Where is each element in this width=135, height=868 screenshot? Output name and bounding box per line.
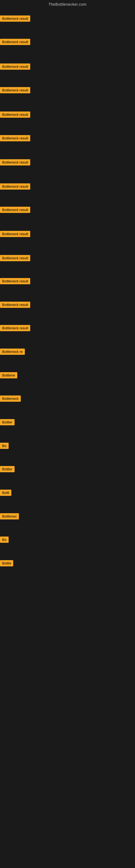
badge-container-15: Bottleneck re [0, 348, 25, 356]
badge-container-5: Bottleneck result [0, 112, 30, 119]
bottleneck-badge-23[interactable]: Bo [0, 536, 9, 543]
bottleneck-badge-19[interactable]: Bo [0, 443, 9, 449]
bottleneck-badge-8[interactable]: Bottleneck result [0, 183, 30, 190]
badge-container-8: Bottleneck result [0, 183, 30, 191]
badge-container-12: Bottleneck result [0, 278, 30, 285]
badge-container-11: Bottleneck result [0, 255, 30, 262]
bottleneck-badge-18[interactable]: Bottler [0, 419, 14, 425]
bottleneck-badge-9[interactable]: Bottleneck result [0, 207, 30, 213]
bottleneck-badge-17[interactable]: Bottleneck [0, 396, 21, 402]
badge-container-24: Bottle [0, 560, 13, 567]
badge-container-10: Bottleneck result [0, 231, 30, 238]
bottleneck-badge-5[interactable]: Bottleneck result [0, 112, 30, 118]
badge-container-14: Bottleneck result [0, 325, 30, 332]
bottleneck-badge-10[interactable]: Bottleneck result [0, 231, 30, 237]
bottleneck-badge-7[interactable]: Bottleneck result [0, 159, 30, 165]
badge-container-1: Bottleneck result [0, 16, 30, 23]
badge-container-2: Bottleneck result [0, 39, 30, 46]
bottleneck-badge-12[interactable]: Bottleneck result [0, 278, 30, 284]
badge-container-13: Bottleneck result [0, 302, 30, 309]
bottleneck-badge-4[interactable]: Bottleneck result [0, 87, 30, 93]
badge-container-17: Bottleneck [0, 396, 21, 403]
bottleneck-badge-11[interactable]: Bottleneck result [0, 255, 30, 261]
bottleneck-badge-20[interactable]: Bottler [0, 466, 14, 472]
bottleneck-badge-3[interactable]: Bottleneck result [0, 63, 30, 70]
badge-container-9: Bottleneck result [0, 207, 30, 214]
bottleneck-badge-21[interactable]: Bottl [0, 490, 11, 496]
badge-container-7: Bottleneck result [0, 159, 30, 166]
badge-container-16: Bottlene [0, 372, 17, 379]
bottleneck-badge-16[interactable]: Bottlene [0, 372, 17, 378]
badge-container-6: Bottleneck result [0, 135, 30, 143]
bottleneck-badge-24[interactable]: Bottle [0, 560, 13, 566]
badge-container-22: Bottlenec [0, 513, 19, 521]
bottleneck-badge-14[interactable]: Bottleneck result [0, 325, 30, 331]
bottleneck-badge-13[interactable]: Bottleneck result [0, 302, 30, 308]
badge-container-20: Bottler [0, 466, 14, 473]
badge-container-18: Bottler [0, 419, 14, 426]
badge-container-23: Bo [0, 536, 9, 544]
site-title: TheBottlenecker.com [0, 0, 135, 8]
bottleneck-badge-1[interactable]: Bottleneck result [0, 16, 30, 22]
badge-container-21: Bottl [0, 490, 11, 497]
badge-container-19: Bo [0, 443, 9, 450]
bottleneck-badge-2[interactable]: Bottleneck result [0, 39, 30, 45]
bottleneck-badge-15[interactable]: Bottleneck re [0, 348, 25, 355]
badge-container-3: Bottleneck result [0, 63, 30, 71]
badge-container-4: Bottleneck result [0, 87, 30, 94]
bottleneck-badge-22[interactable]: Bottlenec [0, 513, 19, 520]
bottleneck-badge-6[interactable]: Bottleneck result [0, 135, 30, 141]
